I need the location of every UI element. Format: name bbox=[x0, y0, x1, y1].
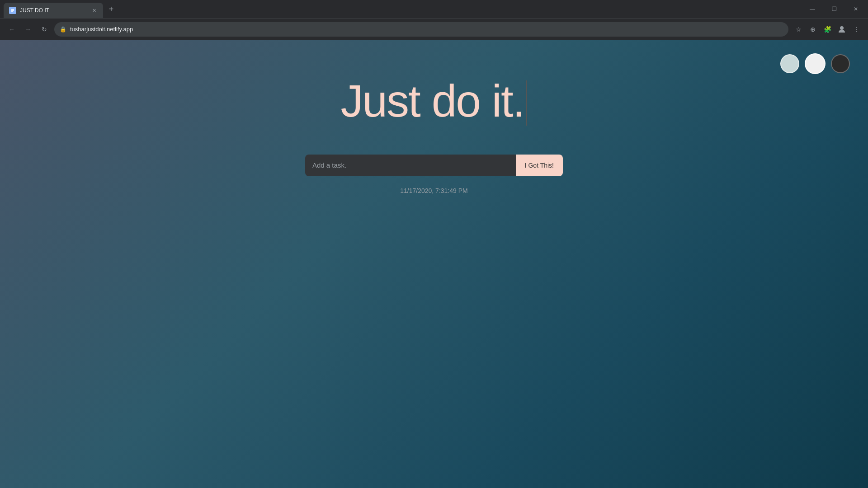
address-bar-row: ← → ↻ 🔒 tusharjustdoit.netlify.app ☆ ⊕ 🧩… bbox=[0, 18, 868, 40]
tab-title: JUST DO IT bbox=[20, 7, 87, 14]
window-controls: — ❐ ✕ bbox=[802, 0, 868, 18]
tab-favicon bbox=[9, 7, 16, 14]
svg-point-4 bbox=[840, 26, 844, 30]
back-button[interactable]: ← bbox=[5, 23, 18, 36]
theme-toggles bbox=[780, 53, 850, 74]
address-bar-actions: ☆ ⊕ 🧩 ⋮ bbox=[792, 23, 863, 36]
minimize-button[interactable]: — bbox=[802, 0, 823, 18]
address-bar[interactable]: 🔒 tusharjustdoit.netlify.app bbox=[54, 22, 788, 37]
url-text: tusharjustdoit.netlify.app bbox=[70, 26, 783, 33]
tab-close-button[interactable]: ✕ bbox=[90, 7, 98, 14]
profile-button[interactable] bbox=[835, 23, 848, 36]
bookmark-button[interactable]: ☆ bbox=[792, 23, 805, 36]
extensions-plus-button[interactable]: ⊕ bbox=[807, 23, 819, 36]
browser-window: JUST DO IT ✕ + — ❐ ✕ ← → ↻ 🔒 tusharjustd… bbox=[0, 0, 868, 488]
title-bar: JUST DO IT ✕ + — ❐ ✕ bbox=[0, 0, 868, 18]
extensions-button[interactable]: 🧩 bbox=[821, 23, 834, 36]
main-heading: Just do it. bbox=[341, 76, 528, 127]
refresh-button[interactable]: ↻ bbox=[38, 23, 51, 36]
cursor-line bbox=[526, 80, 527, 126]
lock-icon: 🔒 bbox=[60, 26, 66, 33]
task-input[interactable] bbox=[305, 155, 516, 176]
active-tab[interactable]: JUST DO IT ✕ bbox=[4, 3, 103, 18]
forward-button[interactable]: → bbox=[22, 23, 34, 36]
white-theme-button[interactable] bbox=[805, 53, 826, 74]
page-content: Just do it. I Got This! 11/17/2020, 7:31… bbox=[0, 40, 868, 488]
new-tab-button[interactable]: + bbox=[105, 3, 118, 15]
menu-button[interactable]: ⋮ bbox=[850, 23, 863, 36]
tab-strip: JUST DO IT ✕ + bbox=[0, 0, 802, 18]
close-button[interactable]: ✕ bbox=[845, 0, 866, 18]
timestamp: 11/17/2020, 7:31:49 PM bbox=[400, 187, 467, 194]
task-input-area: I Got This! bbox=[305, 155, 563, 176]
light-theme-button[interactable] bbox=[780, 54, 799, 73]
add-task-button[interactable]: I Got This! bbox=[516, 155, 563, 176]
heading-text: Just do it. bbox=[341, 75, 524, 126]
dark-theme-button[interactable] bbox=[831, 54, 850, 73]
maximize-button[interactable]: ❐ bbox=[824, 0, 844, 18]
